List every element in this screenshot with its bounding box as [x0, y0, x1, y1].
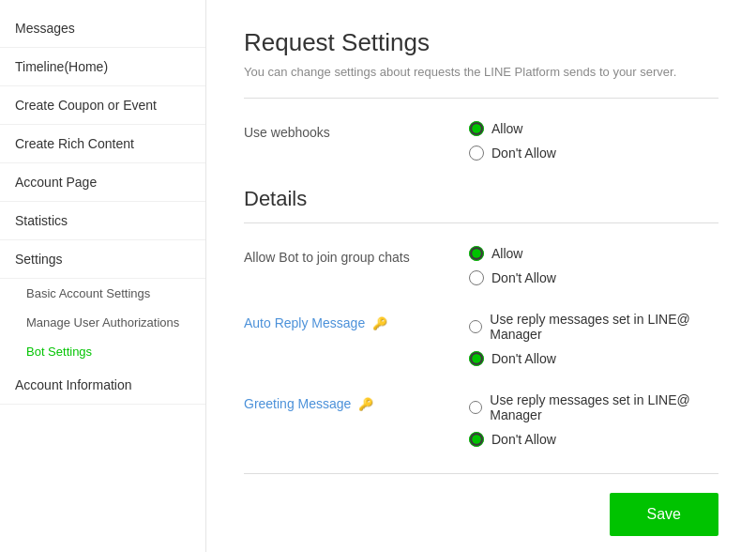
sidebar-settings-section: Settings	[0, 240, 205, 279]
sidebar-item-basic-settings[interactable]: Basic Account Settings	[0, 279, 205, 308]
sidebar-item-bot-settings[interactable]: Bot Settings	[0, 337, 205, 366]
greeting-dont-allow[interactable]: Don't Allow	[469, 432, 718, 447]
greeting-dont-allow-label: Don't Allow	[491, 432, 556, 447]
auto-reply-key-icon: 🔑	[372, 316, 387, 330]
bot-join-allow-radio[interactable]	[469, 246, 484, 261]
bot-join-row: Allow Bot to join group chats Allow Don'…	[244, 246, 718, 285]
sidebar-item-account-info[interactable]: Account Information	[0, 366, 205, 405]
auto-reply-row: Auto Reply Message 🔑 Use reply messages …	[244, 312, 718, 366]
greeting-line-manager[interactable]: Use reply messages set in LINE@ Manager	[469, 392, 718, 422]
sidebar-item-coupon[interactable]: Create Coupon or Event	[0, 86, 205, 125]
sidebar-item-account-page[interactable]: Account Page	[0, 163, 205, 202]
use-webhooks-allow[interactable]: Allow	[469, 121, 556, 136]
use-webhooks-dont-allow[interactable]: Don't Allow	[469, 146, 556, 161]
use-webhooks-row: Use webhooks Allow Don't Allow	[244, 121, 718, 161]
auto-reply-dont-allow-radio[interactable]	[469, 351, 484, 366]
greeting-options: Use reply messages set in LINE@ Manager …	[469, 392, 718, 447]
sidebar-item-messages-label: Messages	[15, 21, 75, 36]
bot-join-dont-allow[interactable]: Don't Allow	[469, 270, 556, 285]
divider-top	[244, 98, 718, 99]
sidebar-item-rich-content-label: Create Rich Content	[15, 136, 134, 151]
use-webhooks-allow-radio[interactable]	[469, 121, 484, 136]
bot-join-options: Allow Don't Allow	[469, 246, 556, 285]
save-button[interactable]: Save	[610, 493, 718, 536]
sidebar-item-coupon-label: Create Coupon or Event	[15, 98, 157, 113]
bot-join-dont-allow-radio[interactable]	[469, 270, 484, 285]
use-webhooks-dont-allow-label: Don't Allow	[491, 146, 556, 161]
sidebar-item-timeline-label: Timeline(Home)	[15, 59, 108, 74]
greeting-row: Greeting Message 🔑 Use reply messages se…	[244, 392, 718, 447]
bot-join-label: Allow Bot to join group chats	[244, 246, 469, 265]
use-webhooks-dont-allow-radio[interactable]	[469, 146, 484, 161]
auto-reply-dont-allow[interactable]: Don't Allow	[469, 351, 718, 366]
greeting-line-manager-radio[interactable]	[469, 400, 482, 415]
greeting-key-icon: 🔑	[358, 397, 373, 411]
details-section-header: Details	[244, 187, 718, 211]
use-webhooks-allow-label: Allow	[491, 121, 522, 136]
auto-reply-label: Auto Reply Message 🔑	[244, 312, 469, 330]
greeting-line-manager-label: Use reply messages set in LINE@ Manager	[490, 392, 718, 422]
save-area: Save	[244, 473, 718, 536]
sidebar-item-statistics[interactable]: Statistics	[0, 202, 205, 240]
use-webhooks-label: Use webhooks	[244, 121, 469, 140]
bot-join-allow[interactable]: Allow	[469, 246, 556, 261]
sidebar-item-rich-content[interactable]: Create Rich Content	[0, 125, 205, 163]
page-title: Request Settings	[244, 28, 718, 57]
auto-reply-line-manager-label: Use reply messages set in LINE@ Manager	[490, 312, 718, 342]
greeting-dont-allow-radio[interactable]	[469, 432, 484, 447]
page-subtitle: You can change settings about requests t…	[244, 65, 718, 79]
auto-reply-line-manager[interactable]: Use reply messages set in LINE@ Manager	[469, 312, 718, 342]
sidebar-item-user-auth[interactable]: Manage User Authorizations	[0, 308, 205, 337]
greeting-label: Greeting Message 🔑	[244, 392, 469, 411]
use-webhooks-options: Allow Don't Allow	[469, 121, 556, 161]
sidebar-item-timeline[interactable]: Timeline(Home)	[0, 48, 205, 86]
sidebar-item-statistics-label: Statistics	[15, 213, 68, 228]
auto-reply-line-manager-radio[interactable]	[469, 319, 482, 334]
sidebar-item-account-page-label: Account Page	[15, 175, 97, 190]
sidebar: Messages Timeline(Home) Create Coupon or…	[0, 0, 206, 552]
divider-details	[244, 222, 718, 223]
auto-reply-options: Use reply messages set in LINE@ Manager …	[469, 312, 718, 366]
sidebar-item-messages[interactable]: Messages	[0, 9, 205, 48]
bot-join-allow-label: Allow	[491, 246, 522, 261]
auto-reply-dont-allow-label: Don't Allow	[491, 351, 556, 366]
main-content: Request Settings You can change settings…	[206, 0, 756, 552]
bot-join-dont-allow-label: Don't Allow	[491, 270, 556, 285]
